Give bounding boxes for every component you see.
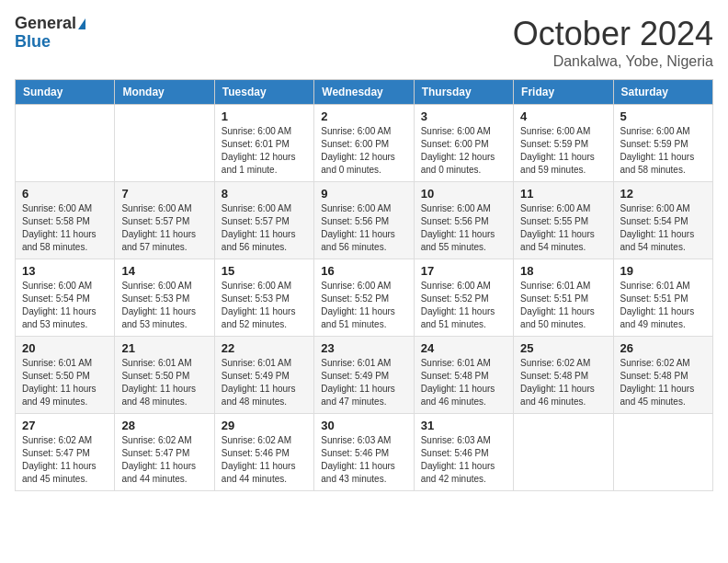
calendar-week-row: 1Sunrise: 6:00 AM Sunset: 6:01 PM Daylig… <box>16 105 713 182</box>
day-info: Sunrise: 6:01 AM Sunset: 5:50 PM Dayligh… <box>121 357 207 408</box>
day-info: Sunrise: 6:00 AM Sunset: 5:59 PM Dayligh… <box>520 125 606 177</box>
day-number: 6 <box>22 187 108 201</box>
day-number: 18 <box>520 264 606 278</box>
page-header: General Blue October 2024 Dankalwa, Yobe… <box>15 15 713 70</box>
day-info: Sunrise: 6:01 AM Sunset: 5:48 PM Dayligh… <box>421 357 506 408</box>
day-number: 29 <box>222 419 307 432</box>
day-number: 22 <box>222 341 307 355</box>
day-info: Sunrise: 6:00 AM Sunset: 5:53 PM Dayligh… <box>121 280 207 331</box>
calendar-cell: 3Sunrise: 6:00 AM Sunset: 6:00 PM Daylig… <box>414 105 513 182</box>
calendar-cell: 29Sunrise: 6:02 AM Sunset: 5:46 PM Dayli… <box>214 414 313 491</box>
calendar-cell: 19Sunrise: 6:01 AM Sunset: 5:51 PM Dayli… <box>613 259 712 337</box>
calendar-cell <box>514 414 613 491</box>
day-info: Sunrise: 6:02 AM Sunset: 5:48 PM Dayligh… <box>620 357 706 408</box>
calendar-table: SundayMondayTuesdayWednesdayThursdayFrid… <box>15 79 713 491</box>
day-number: 9 <box>321 187 406 201</box>
calendar-cell: 12Sunrise: 6:00 AM Sunset: 5:54 PM Dayli… <box>613 182 712 259</box>
day-info: Sunrise: 6:02 AM Sunset: 5:46 PM Dayligh… <box>222 434 307 486</box>
day-number: 10 <box>421 187 506 201</box>
logo: General Blue <box>15 15 85 52</box>
day-number: 3 <box>421 109 506 123</box>
calendar-week-row: 6Sunrise: 6:00 AM Sunset: 5:58 PM Daylig… <box>16 182 713 259</box>
day-number: 5 <box>620 109 706 123</box>
day-info: Sunrise: 6:01 AM Sunset: 5:49 PM Dayligh… <box>222 357 307 408</box>
calendar-cell: 8Sunrise: 6:00 AM Sunset: 5:57 PM Daylig… <box>214 182 313 259</box>
day-number: 15 <box>222 264 307 278</box>
calendar-cell: 25Sunrise: 6:02 AM Sunset: 5:48 PM Dayli… <box>514 337 613 414</box>
logo-blue-text: Blue <box>15 33 51 52</box>
calendar-cell: 10Sunrise: 6:00 AM Sunset: 5:56 PM Dayli… <box>414 182 513 259</box>
day-number: 19 <box>620 264 706 278</box>
day-number: 28 <box>121 419 207 432</box>
day-info: Sunrise: 6:02 AM Sunset: 5:47 PM Dayligh… <box>22 434 108 486</box>
calendar-cell: 23Sunrise: 6:01 AM Sunset: 5:49 PM Dayli… <box>314 337 414 414</box>
day-number: 11 <box>520 187 606 201</box>
calendar-cell: 13Sunrise: 6:00 AM Sunset: 5:54 PM Dayli… <box>16 259 115 337</box>
day-info: Sunrise: 6:02 AM Sunset: 5:48 PM Dayligh… <box>520 357 606 408</box>
day-info: Sunrise: 6:00 AM Sunset: 6:00 PM Dayligh… <box>321 125 406 177</box>
day-number: 26 <box>620 341 706 355</box>
day-number: 14 <box>121 264 207 278</box>
calendar-cell: 24Sunrise: 6:01 AM Sunset: 5:48 PM Dayli… <box>414 337 513 414</box>
day-number: 17 <box>421 264 506 278</box>
calendar-cell: 2Sunrise: 6:00 AM Sunset: 6:00 PM Daylig… <box>314 105 414 182</box>
day-number: 8 <box>222 187 307 201</box>
day-info: Sunrise: 6:00 AM Sunset: 5:56 PM Dayligh… <box>421 202 506 254</box>
day-info: Sunrise: 6:02 AM Sunset: 5:47 PM Dayligh… <box>121 434 207 486</box>
calendar-cell: 18Sunrise: 6:01 AM Sunset: 5:51 PM Dayli… <box>514 259 613 337</box>
day-info: Sunrise: 6:03 AM Sunset: 5:46 PM Dayligh… <box>421 434 506 486</box>
calendar-body: 1Sunrise: 6:00 AM Sunset: 6:01 PM Daylig… <box>16 105 713 491</box>
header-day-thursday: Thursday <box>414 80 513 105</box>
calendar-cell <box>115 105 214 182</box>
calendar-cell: 17Sunrise: 6:00 AM Sunset: 5:52 PM Dayli… <box>414 259 513 337</box>
day-info: Sunrise: 6:03 AM Sunset: 5:46 PM Dayligh… <box>321 434 406 486</box>
calendar-cell: 31Sunrise: 6:03 AM Sunset: 5:46 PM Dayli… <box>414 414 513 491</box>
day-info: Sunrise: 6:01 AM Sunset: 5:49 PM Dayligh… <box>321 357 406 408</box>
calendar-week-row: 13Sunrise: 6:00 AM Sunset: 5:54 PM Dayli… <box>16 259 713 337</box>
calendar-cell: 6Sunrise: 6:00 AM Sunset: 5:58 PM Daylig… <box>16 182 115 259</box>
calendar-cell: 26Sunrise: 6:02 AM Sunset: 5:48 PM Dayli… <box>613 337 712 414</box>
header-day-friday: Friday <box>514 80 613 105</box>
calendar-cell: 5Sunrise: 6:00 AM Sunset: 5:59 PM Daylig… <box>613 105 712 182</box>
calendar-week-row: 20Sunrise: 6:01 AM Sunset: 5:50 PM Dayli… <box>16 337 713 414</box>
day-number: 16 <box>321 264 406 278</box>
calendar-cell: 28Sunrise: 6:02 AM Sunset: 5:47 PM Dayli… <box>115 414 214 491</box>
day-number: 20 <box>22 341 108 355</box>
day-number: 1 <box>222 109 307 123</box>
day-info: Sunrise: 6:00 AM Sunset: 6:00 PM Dayligh… <box>421 125 506 177</box>
calendar-cell: 15Sunrise: 6:00 AM Sunset: 5:53 PM Dayli… <box>214 259 313 337</box>
day-number: 27 <box>22 419 108 432</box>
day-info: Sunrise: 6:00 AM Sunset: 5:57 PM Dayligh… <box>222 202 307 254</box>
day-info: Sunrise: 6:00 AM Sunset: 5:53 PM Dayligh… <box>222 280 307 331</box>
day-number: 12 <box>620 187 706 201</box>
calendar-week-row: 27Sunrise: 6:02 AM Sunset: 5:47 PM Dayli… <box>16 414 713 491</box>
logo-general-text: General <box>15 15 76 33</box>
day-number: 31 <box>421 419 506 432</box>
day-info: Sunrise: 6:00 AM Sunset: 5:56 PM Dayligh… <box>321 202 406 254</box>
header-day-monday: Monday <box>115 80 214 105</box>
day-number: 2 <box>321 109 406 123</box>
day-info: Sunrise: 6:00 AM Sunset: 5:52 PM Dayligh… <box>421 280 506 331</box>
calendar-cell: 7Sunrise: 6:00 AM Sunset: 5:57 PM Daylig… <box>115 182 214 259</box>
day-info: Sunrise: 6:00 AM Sunset: 5:59 PM Dayligh… <box>620 125 706 177</box>
calendar-cell: 21Sunrise: 6:01 AM Sunset: 5:50 PM Dayli… <box>115 337 214 414</box>
calendar-cell <box>16 105 115 182</box>
day-info: Sunrise: 6:00 AM Sunset: 6:01 PM Dayligh… <box>222 125 307 177</box>
day-number: 13 <box>22 264 108 278</box>
day-info: Sunrise: 6:00 AM Sunset: 5:58 PM Dayligh… <box>22 202 108 254</box>
header-day-saturday: Saturday <box>613 80 712 105</box>
calendar-cell: 11Sunrise: 6:00 AM Sunset: 5:55 PM Dayli… <box>514 182 613 259</box>
day-number: 7 <box>121 187 207 201</box>
day-number: 25 <box>520 341 606 355</box>
calendar-cell: 30Sunrise: 6:03 AM Sunset: 5:46 PM Dayli… <box>314 414 414 491</box>
month-year-title: October 2024 <box>513 15 713 53</box>
day-info: Sunrise: 6:00 AM Sunset: 5:55 PM Dayligh… <box>520 202 606 254</box>
header-day-tuesday: Tuesday <box>214 80 313 105</box>
day-info: Sunrise: 6:01 AM Sunset: 5:51 PM Dayligh… <box>520 280 606 331</box>
calendar-cell: 22Sunrise: 6:01 AM Sunset: 5:49 PM Dayli… <box>214 337 313 414</box>
calendar-header-row: SundayMondayTuesdayWednesdayThursdayFrid… <box>16 80 713 105</box>
day-info: Sunrise: 6:00 AM Sunset: 5:54 PM Dayligh… <box>620 202 706 254</box>
day-info: Sunrise: 6:01 AM Sunset: 5:51 PM Dayligh… <box>620 280 706 331</box>
day-info: Sunrise: 6:01 AM Sunset: 5:50 PM Dayligh… <box>22 357 108 408</box>
day-info: Sunrise: 6:00 AM Sunset: 5:57 PM Dayligh… <box>121 202 207 254</box>
